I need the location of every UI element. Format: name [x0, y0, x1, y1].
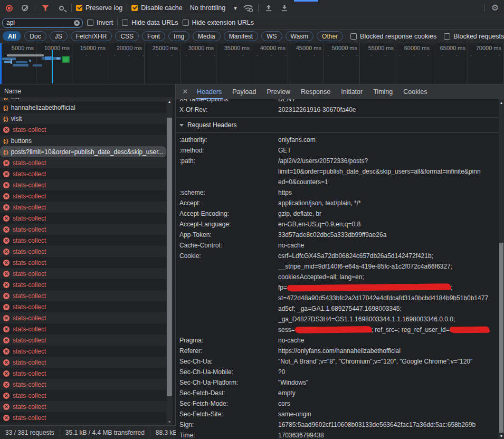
scroll-up-icon[interactable]: ▲: [499, 101, 504, 104]
filter-toggle-button[interactable]: [40, 3, 51, 13]
scrollbar-thumb[interactable]: [499, 243, 503, 433]
name-column-header[interactable]: Name: [0, 84, 176, 98]
table-row[interactable]: ✕stats-collect: [0, 401, 166, 412]
tab-cookies[interactable]: Cookies: [398, 84, 432, 99]
header-row: Cookie:csrf=LdfcGX4Sa72db06824c657db26a5…: [176, 251, 499, 335]
scroll-down-icon[interactable]: ▼: [499, 434, 504, 438]
table-row[interactable]: ✕stats-collect: [0, 246, 166, 257]
type-filter-ws[interactable]: WS: [261, 31, 282, 41]
checkbox-blocked-response-cookies[interactable]: Blocked response cookies: [350, 33, 436, 40]
table-row[interactable]: ✕stats-collect: [0, 323, 166, 335]
table-row-selected[interactable]: {:}posts?limit=10&order=publish_date_des…: [0, 146, 166, 157]
table-row[interactable]: ✕stats-collect: [0, 390, 166, 401]
hide-data-urls-checkbox[interactable]: Hide data URLs: [122, 19, 178, 26]
request-headers-section[interactable]: Request Headers: [176, 117, 499, 133]
overview-left-handle[interactable]: [0, 43, 2, 84]
close-icon[interactable]: ✕: [179, 88, 192, 96]
tab-headers[interactable]: Headers: [192, 84, 227, 99]
table-row[interactable]: ✕stats-collect: [0, 357, 166, 368]
type-filter-wasm[interactable]: Wasm: [286, 31, 314, 41]
table-row[interactable]: ✕stats-collect: [0, 335, 166, 346]
table-row[interactable]: ✕stats-collect: [0, 213, 166, 224]
table-row[interactable]: {:}init: [0, 98, 166, 102]
tab-payload[interactable]: Payload: [227, 84, 261, 99]
table-row[interactable]: ✕stats-collect: [0, 368, 166, 379]
header-name: Sec-Fetch-Dest:: [176, 388, 278, 398]
table-row[interactable]: ✕stats-collect: [0, 346, 166, 357]
failed-request-icon: ✕: [3, 282, 9, 288]
request-list-scrollbar[interactable]: ▲ ▼: [166, 98, 173, 425]
header-row: Sign:16785:5aad9602cf110608b03133de56364…: [176, 419, 499, 430]
network-conditions-button[interactable]: [242, 3, 254, 13]
redaction-scribble: [295, 326, 372, 333]
throttling-select[interactable]: No throttling: [190, 4, 225, 12]
header-value-line: no-cache: [278, 240, 499, 251]
network-conditions-icon: [243, 4, 253, 12]
table-row[interactable]: ✕stats-collect: [0, 379, 166, 390]
table-row[interactable]: ✕stats-collect: [0, 190, 166, 202]
filter-input-value: api: [6, 19, 74, 26]
table-row[interactable]: ✕stats-collect: [0, 168, 166, 179]
scroll-up-icon[interactable]: ▲: [166, 100, 173, 103]
type-filter-css[interactable]: CSS: [115, 31, 139, 41]
checkbox-checked-icon: [131, 5, 138, 11]
table-row[interactable]: ✕stats-collect: [0, 268, 166, 279]
clear-filter-icon[interactable]: ✕: [74, 20, 80, 26]
table-row[interactable]: {:}buttons: [0, 135, 166, 146]
table-row[interactable]: ✕stats-collect: [0, 279, 166, 290]
table-row[interactable]: ✕stats-collect: [0, 179, 166, 190]
type-filter-all[interactable]: All: [3, 31, 21, 41]
network-overview[interactable]: 5000 ms10000 ms15000 ms20000 ms25000 ms3…: [0, 43, 504, 84]
type-filter-other[interactable]: Other: [317, 31, 343, 41]
type-filter-manifest[interactable]: Manifest: [224, 31, 258, 41]
header-value-line: gzip, deflate, br: [278, 208, 499, 219]
table-row[interactable]: ✕stats-collect: [0, 301, 166, 312]
filter-input[interactable]: api ✕: [2, 18, 83, 28]
request-name: hannahelizabethofficial: [11, 104, 75, 111]
type-filter-img[interactable]: Img: [168, 31, 189, 41]
header-value: 16785:5aad9602cf110608b03133de563642fac1…: [278, 419, 499, 430]
disable-cache-checkbox[interactable]: Disable cache: [131, 4, 183, 12]
type-filter-fetch-xhr[interactable]: Fetch/XHR: [71, 31, 112, 41]
tab-preview[interactable]: Preview: [261, 84, 295, 99]
overview-tick-label: 65000 ms: [425, 45, 465, 51]
type-filter-doc[interactable]: Doc: [24, 31, 46, 41]
scrollbar-thumb[interactable]: [167, 118, 172, 396]
table-row[interactable]: ✕stats-collect: [0, 202, 166, 213]
type-filter-media[interactable]: Media: [193, 31, 221, 41]
checkbox-icon: [183, 20, 189, 26]
preserve-log-checkbox[interactable]: Preserve log: [76, 4, 122, 12]
hide-extension-urls-checkbox[interactable]: Hide extension URLs: [183, 19, 254, 26]
table-row[interactable]: ✕stats-collect: [0, 124, 166, 135]
type-filter-js[interactable]: JS: [50, 31, 68, 41]
search-button[interactable]: [55, 3, 67, 13]
header-name: Sec-Ch-Ua:: [176, 356, 278, 367]
settings-button[interactable]: ⚙: [489, 3, 501, 13]
overview-tick-label: 15000 ms: [65, 45, 106, 51]
clear-button[interactable]: [19, 3, 31, 13]
table-row[interactable]: ✕stats-collect: [0, 312, 166, 323]
header-value-line: 202312261916-30670fa40e: [278, 104, 499, 115]
record-button[interactable]: [3, 3, 15, 13]
overview-waterfall-bar: [11, 59, 12, 64]
table-row[interactable]: ✕stats-collect: [0, 257, 166, 268]
tab-initiator[interactable]: Initiator: [336, 84, 368, 99]
table-row[interactable]: {:}visit: [0, 113, 166, 124]
details-scrollbar[interactable]: ▲ ▼: [499, 99, 504, 439]
table-row[interactable]: ✕stats-collect: [0, 412, 166, 423]
checkbox-blocked-requests[interactable]: Blocked requests: [444, 33, 504, 40]
divider: [35, 4, 35, 12]
table-row[interactable]: {:}hannahelizabethofficial: [0, 102, 166, 113]
type-filter-font[interactable]: Font: [142, 31, 165, 41]
export-har-button[interactable]: [279, 3, 290, 13]
header-row: :scheme:https: [176, 187, 499, 198]
import-har-button[interactable]: [263, 3, 274, 13]
tab-timing[interactable]: Timing: [368, 84, 398, 99]
tab-response[interactable]: Response: [296, 84, 336, 99]
table-row[interactable]: ✕stats-collect: [0, 235, 166, 246]
scroll-down-icon[interactable]: ▼: [166, 420, 173, 424]
invert-checkbox[interactable]: Invert: [87, 19, 113, 26]
table-row[interactable]: ✕stats-collect: [0, 290, 166, 301]
table-row[interactable]: ✕stats-collect: [0, 224, 166, 235]
table-row[interactable]: ✕stats-collect: [0, 157, 166, 168]
